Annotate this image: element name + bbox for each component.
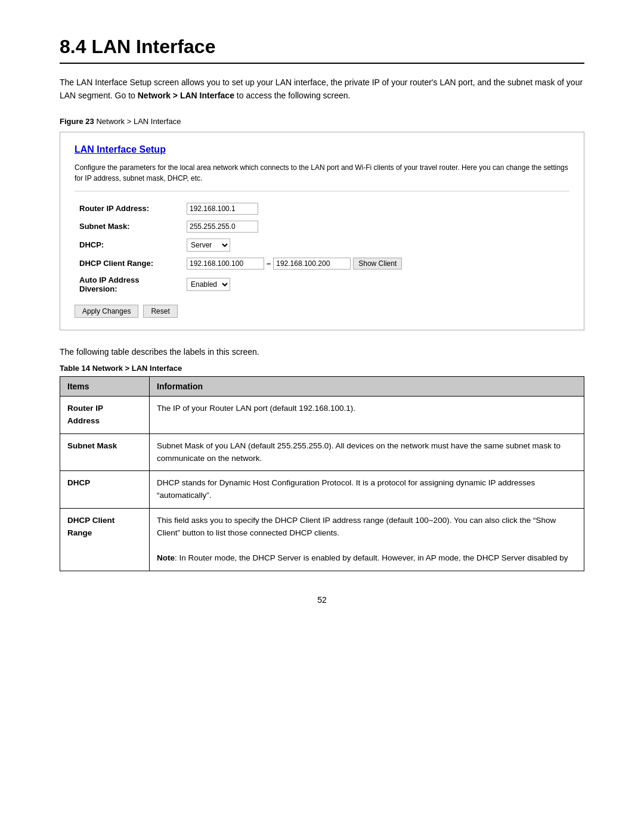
range-separator: – xyxy=(267,259,271,268)
figure-caption: Network > LAN Interface xyxy=(96,117,181,126)
table-row: Router IPAddress The IP of your Router L… xyxy=(60,396,584,433)
table-row: DHCP DHCP stands for Dynamic Host Config… xyxy=(60,471,584,509)
dhcp-client-range-row: DHCP Client Range: – Show Client xyxy=(75,255,569,272)
col-information: Information xyxy=(150,376,584,396)
info-dhcp-client-range: This field asks you to specify the DHCP … xyxy=(150,509,584,571)
table-number: Table 14 xyxy=(60,364,90,373)
dhcp-range-cell: – Show Client xyxy=(187,258,565,270)
info-subnet-mask: Subnet Mask of you LAN (default 255.255.… xyxy=(150,433,584,471)
dhcp-range-end-input[interactable] xyxy=(273,258,351,270)
setup-description: Configure the parameters for the local a… xyxy=(75,162,569,191)
setup-form-table: Router IP Address: Subnet Mask: DHCP: Se… xyxy=(75,200,569,296)
subnet-mask-input[interactable] xyxy=(187,221,258,233)
show-client-button[interactable]: Show Client xyxy=(353,258,402,270)
table-intro-text: The following table describes the labels… xyxy=(60,347,584,357)
auto-ip-select[interactable]: Enabled Disabled xyxy=(187,278,230,291)
table-row: Subnet Mask Subnet Mask of you LAN (defa… xyxy=(60,433,584,471)
router-ip-label: Router IP Address: xyxy=(75,200,182,218)
figure-label: Figure 23 Network > LAN Interface xyxy=(60,117,584,126)
item-dhcp: DHCP xyxy=(60,471,150,509)
auto-ip-row: Auto IP AddressDiversion: Enabled Disabl… xyxy=(75,272,569,296)
item-dhcp-client-range: DHCP ClientRange xyxy=(60,509,150,571)
auto-ip-label: Auto IP AddressDiversion: xyxy=(75,272,182,296)
router-ip-input[interactable] xyxy=(187,203,258,215)
page-number: 52 xyxy=(60,595,584,605)
subnet-mask-label: Subnet Mask: xyxy=(75,218,182,236)
info-table: Items Information Router IPAddress The I… xyxy=(60,376,584,571)
info-dhcp: DHCP stands for Dynamic Host Configurati… xyxy=(150,471,584,509)
dhcp-label: DHCP: xyxy=(75,236,182,255)
router-ip-row: Router IP Address: xyxy=(75,200,569,218)
table-caption: Network > LAN Interface xyxy=(92,364,182,373)
dhcp-client-range-label: DHCP Client Range: xyxy=(75,255,182,272)
dhcp-range-start-input[interactable] xyxy=(187,258,264,270)
reset-button[interactable]: Reset xyxy=(143,305,177,318)
table-header-row: Items Information xyxy=(60,376,584,396)
table-row: DHCP ClientRange This field asks you to … xyxy=(60,509,584,571)
table-label: Table 14 Network > LAN Interface xyxy=(60,364,584,373)
lan-interface-setup-box: LAN Interface Setup Configure the parame… xyxy=(60,132,584,330)
apply-changes-button[interactable]: Apply Changes xyxy=(75,305,138,318)
page-title: 8.4 LAN Interface xyxy=(60,36,584,64)
setup-box-title: LAN Interface Setup xyxy=(75,144,569,155)
intro-text: The LAN Interface Setup screen allows yo… xyxy=(60,76,584,103)
figure-number: Figure 23 xyxy=(60,117,94,126)
form-button-row: Apply Changes Reset xyxy=(75,305,569,318)
dhcp-row: DHCP: Server Client Disabled xyxy=(75,236,569,255)
info-router-ip: The IP of your Router LAN port (default … xyxy=(150,396,584,433)
subnet-mask-row: Subnet Mask: xyxy=(75,218,569,236)
col-items: Items xyxy=(60,376,150,396)
item-router-ip: Router IPAddress xyxy=(60,396,150,433)
item-subnet-mask: Subnet Mask xyxy=(60,433,150,471)
dhcp-select[interactable]: Server Client Disabled xyxy=(187,239,230,252)
